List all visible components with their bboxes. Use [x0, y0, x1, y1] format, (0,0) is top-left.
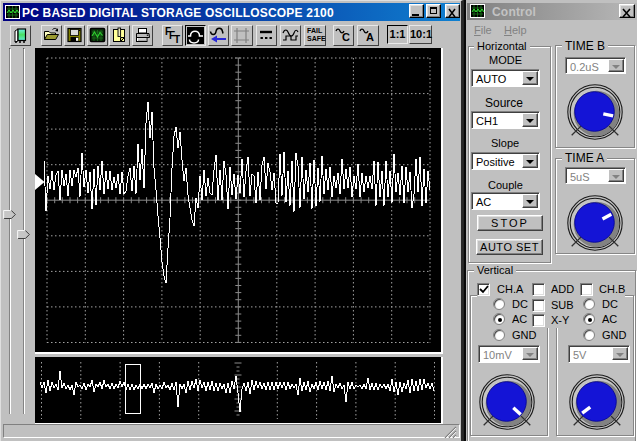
svg-text:A: A — [366, 31, 374, 43]
svg-text:C: C — [342, 31, 350, 43]
